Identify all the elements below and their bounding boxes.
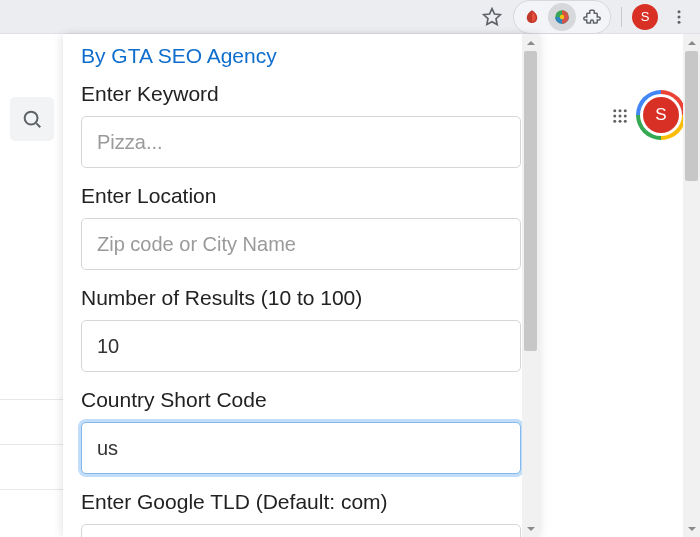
country-input[interactable]: [81, 422, 521, 474]
location-input[interactable]: [81, 218, 521, 270]
svg-point-15: [624, 120, 627, 123]
google-account-initial: S: [643, 97, 679, 133]
browser-toolbar: S: [0, 0, 700, 34]
svg-point-2: [678, 10, 681, 13]
svg-point-4: [678, 20, 681, 23]
svg-line-6: [36, 123, 40, 127]
svg-point-3: [678, 15, 681, 18]
scroll-track[interactable]: [522, 51, 539, 520]
scroll-up-icon[interactable]: [522, 34, 539, 51]
google-account-avatar[interactable]: S: [636, 90, 686, 140]
keyword-label: Enter Keyword: [81, 82, 521, 106]
scroll-down-icon[interactable]: [522, 520, 539, 537]
bookmark-star-icon[interactable]: [477, 2, 507, 32]
browser-profile-avatar[interactable]: S: [632, 4, 658, 30]
location-label: Enter Location: [81, 184, 521, 208]
scroll-down-icon[interactable]: [683, 520, 700, 537]
popup-scrollbar[interactable]: [522, 34, 539, 537]
bg-divider: [0, 489, 63, 490]
svg-point-5: [25, 112, 38, 125]
extension-active-icon[interactable]: [548, 3, 576, 31]
tld-label: Enter Google TLD (Default: com): [81, 490, 521, 514]
svg-point-8: [619, 109, 622, 112]
page-scrollbar[interactable]: [683, 34, 700, 537]
bg-divider: [0, 399, 63, 400]
popup-byline[interactable]: By GTA SEO Agency: [81, 44, 521, 68]
scroll-thumb[interactable]: [685, 51, 698, 181]
extensions-puzzle-icon[interactable]: [578, 3, 606, 31]
page-stage: S By GTA SEO Agency Enter Keyword Enter …: [0, 34, 700, 537]
svg-point-14: [619, 120, 622, 123]
svg-point-12: [624, 115, 627, 118]
browser-menu-icon[interactable]: [664, 2, 694, 32]
svg-point-7: [613, 109, 616, 112]
svg-point-10: [613, 115, 616, 118]
country-label: Country Short Code: [81, 388, 521, 412]
bg-divider: [0, 444, 63, 445]
tld-input[interactable]: [81, 524, 521, 537]
google-search-icon[interactable]: [10, 97, 54, 141]
toolbar-divider: [621, 7, 622, 27]
svg-point-11: [619, 115, 622, 118]
google-apps-icon[interactable]: [606, 102, 634, 130]
extension-popup: By GTA SEO Agency Enter Keyword Enter Lo…: [63, 34, 539, 537]
svg-point-1: [560, 14, 565, 19]
keyword-input[interactable]: [81, 116, 521, 168]
scroll-up-icon[interactable]: [683, 34, 700, 51]
results-label: Number of Results (10 to 100): [81, 286, 521, 310]
extensions-group: [513, 0, 611, 34]
svg-point-13: [613, 120, 616, 123]
scroll-thumb[interactable]: [524, 51, 537, 351]
extension-leaf-icon[interactable]: [518, 3, 546, 31]
svg-point-9: [624, 109, 627, 112]
results-input[interactable]: [81, 320, 521, 372]
scroll-track[interactable]: [683, 51, 700, 520]
